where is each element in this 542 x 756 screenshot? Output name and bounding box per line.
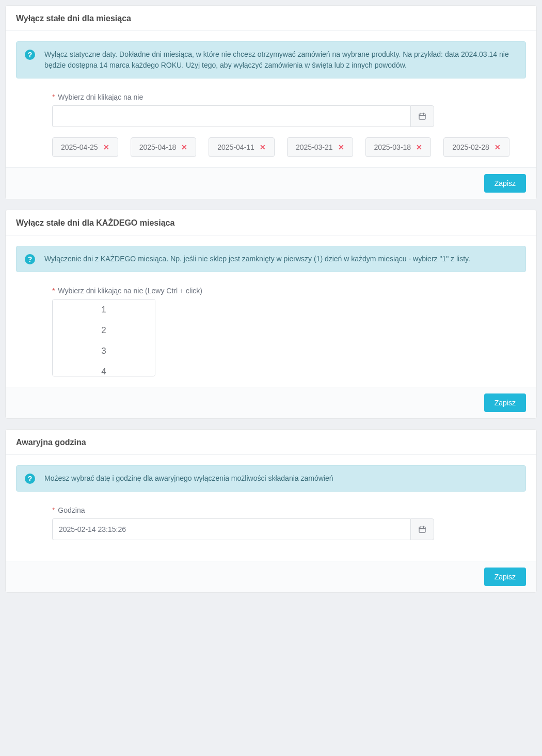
form-block: * Wybierz dni klikając na nie (Lewy Ctrl… [16, 287, 526, 376]
field-label-text: Wybierz dni klikając na nie (Lewy Ctrl +… [58, 287, 202, 295]
field-label-text: Godzina [58, 506, 85, 514]
date-chip-label: 2025-04-11 [217, 143, 254, 151]
date-chip-label: 2025-04-18 [139, 143, 177, 151]
panel-footer: Zapisz [6, 167, 536, 199]
required-star: * [52, 287, 55, 295]
remove-chip-icon[interactable]: ✕ [338, 144, 344, 151]
question-mark-icon: ? [25, 50, 35, 60]
date-input-group [52, 105, 434, 127]
day-option[interactable]: 2 [53, 320, 155, 341]
svg-rect-4 [419, 527, 425, 532]
field-label-select-days-ctrl: * Wybierz dni klikając na nie (Lewy Ctrl… [52, 287, 526, 295]
panel-header: Wyłącz stałe dni dla miesiąca [6, 6, 536, 31]
date-chip: 2025-02-28✕ [443, 137, 509, 157]
remove-chip-icon[interactable]: ✕ [181, 144, 187, 151]
help-text: Wyłączenie dni z KAŻDEGO miesiąca. Np. j… [44, 254, 470, 264]
field-label-select-days: * Wybierz dni klikając na nie [52, 93, 526, 101]
field-label-text: Wybierz dni klikając na nie [58, 93, 143, 101]
panel-disable-every-month-days: Wyłącz stałe dni dla KAŻDEGO miesiąca ? … [5, 210, 537, 419]
day-multi-select[interactable]: 1234 [52, 299, 155, 376]
panel-body: ? Wyłącz statyczne daty. Dokładne dni mi… [6, 31, 536, 167]
datetime-input-group [52, 518, 434, 540]
date-chip: 2025-03-21✕ [287, 137, 353, 157]
help-icon: ? [25, 254, 35, 264]
help-text: Wyłącz statyczne daty. Dokładne dni mies… [44, 49, 517, 71]
save-button[interactable]: Zapisz [484, 174, 526, 193]
panel-header: Awaryjna godzina [6, 430, 536, 455]
calendar-icon [418, 525, 426, 533]
panel-footer: Zapisz [6, 387, 536, 418]
day-option[interactable]: 3 [53, 341, 155, 361]
date-chip-label: 2025-04-25 [61, 143, 98, 151]
panel-header: Wyłącz stałe dni dla KAŻDEGO miesiąca [6, 210, 536, 235]
save-button[interactable]: Zapisz [484, 568, 526, 586]
question-mark-icon: ? [25, 254, 35, 264]
panel-emergency-hour: Awaryjna godzina ? Możesz wybrać datę i … [5, 429, 537, 593]
date-chip: 2025-04-18✕ [131, 137, 197, 157]
calendar-picker-button[interactable] [410, 518, 434, 540]
help-alert: ? Możesz wybrać datę i godzinę dla awary… [16, 465, 526, 492]
required-star: * [52, 506, 55, 514]
remove-chip-icon[interactable]: ✕ [495, 144, 501, 151]
datetime-input[interactable] [52, 518, 410, 540]
remove-chip-icon[interactable]: ✕ [260, 144, 266, 151]
date-chip-label: 2025-02-28 [452, 143, 489, 151]
date-chip-label: 2025-03-21 [296, 143, 333, 151]
help-alert: ? Wyłączenie dni z KAŻDEGO miesiąca. Np.… [16, 246, 526, 272]
save-button[interactable]: Zapisz [484, 393, 526, 412]
day-option[interactable]: 1 [53, 300, 155, 320]
day-option[interactable]: 4 [53, 361, 155, 376]
date-chip-label: 2025-03-18 [374, 143, 411, 151]
help-text: Możesz wybrać datę i godzinę dla awaryjn… [44, 473, 333, 484]
question-mark-icon: ? [25, 474, 35, 484]
panel-title-static-days: Wyłącz stałe dni dla miesiąca [16, 14, 526, 23]
form-block: * Godzina [16, 506, 526, 540]
date-chip: 2025-03-18✕ [365, 137, 432, 157]
help-icon: ? [25, 50, 35, 60]
help-alert: ? Wyłącz statyczne daty. Dokładne dni mi… [16, 41, 526, 78]
remove-chip-icon[interactable]: ✕ [416, 144, 422, 151]
svg-rect-0 [419, 114, 425, 119]
panel-disable-static-days: Wyłącz stałe dni dla miesiąca ? Wyłącz s… [5, 5, 537, 199]
remove-chip-icon[interactable]: ✕ [103, 144, 109, 151]
panel-footer: Zapisz [6, 561, 536, 592]
calendar-picker-button[interactable] [410, 105, 434, 127]
help-icon: ? [25, 474, 35, 484]
required-star: * [52, 93, 55, 101]
date-input[interactable] [52, 105, 410, 127]
date-chips-list: 2025-04-25✕2025-04-18✕2025-04-11✕2025-03… [52, 137, 526, 157]
panel-title-emergency-hour: Awaryjna godzina [16, 438, 526, 447]
panel-title-every-month: Wyłącz stałe dni dla KAŻDEGO miesiąca [16, 218, 526, 228]
field-label-hour: * Godzina [52, 506, 526, 514]
form-block: * Wybierz dni klikając na nie 2025-0 [16, 93, 526, 157]
calendar-icon [418, 112, 426, 120]
panel-body: ? Możesz wybrać datę i godzinę dla awary… [6, 455, 536, 561]
panel-body: ? Wyłączenie dni z KAŻDEGO miesiąca. Np.… [6, 235, 536, 387]
date-chip: 2025-04-11✕ [209, 137, 275, 157]
date-chip: 2025-04-25✕ [52, 137, 118, 157]
